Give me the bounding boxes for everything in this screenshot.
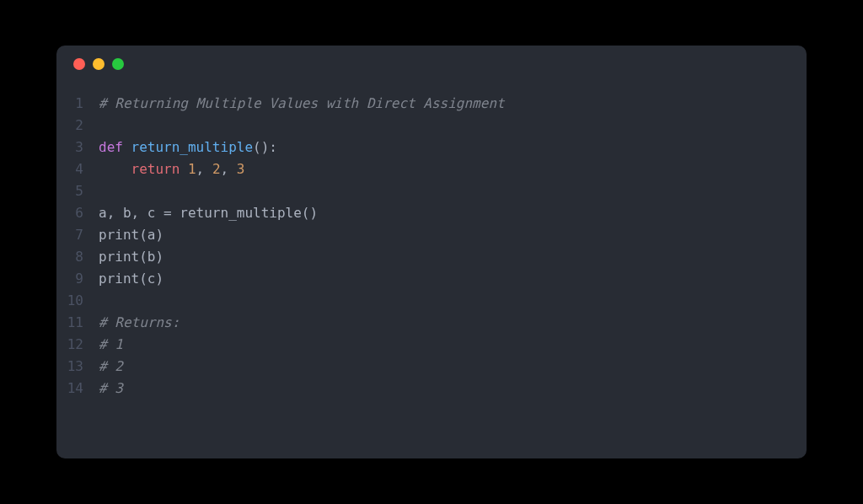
code-content: a, b, c = return_multiple() <box>99 202 807 224</box>
line-number: 2 <box>56 115 99 137</box>
code-token: return_multiple <box>131 139 254 155</box>
code-token: a, b, c <box>99 205 163 221</box>
code-editor: 1# Returning Multiple Values with Direct… <box>56 83 807 410</box>
code-token: (a) <box>139 227 163 243</box>
code-content: # Returns: <box>99 312 807 334</box>
code-token: return_multiple() <box>172 205 318 221</box>
code-line: 14# 3 <box>56 378 807 399</box>
code-content: print(b) <box>99 246 807 268</box>
code-token <box>99 161 131 177</box>
code-token: return <box>131 161 188 177</box>
code-content: def return_multiple(): <box>99 137 807 158</box>
code-token: def <box>99 139 131 155</box>
code-line: 9print(c) <box>56 268 807 290</box>
code-line: 12# 1 <box>56 334 807 356</box>
line-number: 7 <box>56 224 99 246</box>
code-token: (): <box>253 139 277 155</box>
minimize-icon[interactable] <box>93 58 105 70</box>
code-line: 7print(a) <box>56 224 807 246</box>
code-token: = <box>163 205 172 221</box>
code-line: 6a, b, c = return_multiple() <box>56 202 807 224</box>
code-window: 1# Returning Multiple Values with Direct… <box>56 46 807 458</box>
code-line: 3def return_multiple(): <box>56 137 807 158</box>
line-number: 5 <box>56 180 99 202</box>
code-token: # Returning Multiple Values with Direct … <box>99 95 505 111</box>
line-number: 12 <box>56 334 99 356</box>
line-number: 6 <box>56 202 99 224</box>
code-content: return 1, 2, 3 <box>99 158 807 180</box>
line-number: 3 <box>56 137 99 158</box>
line-number: 11 <box>56 312 99 334</box>
code-token: (c) <box>139 271 163 287</box>
code-token: # 2 <box>99 358 123 374</box>
code-token: # 1 <box>99 336 123 352</box>
code-content: # Returning Multiple Values with Direct … <box>99 93 807 115</box>
line-number: 1 <box>56 93 99 115</box>
code-line: 10 <box>56 290 807 312</box>
close-icon[interactable] <box>73 58 85 70</box>
line-number: 8 <box>56 246 99 268</box>
code-token: # 3 <box>99 380 123 396</box>
line-number: 10 <box>56 290 99 312</box>
code-token: print <box>99 271 139 287</box>
code-line: 13# 2 <box>56 356 807 378</box>
code-line: 11# Returns: <box>56 312 807 334</box>
code-token: print <box>99 249 139 265</box>
code-line: 2 <box>56 115 807 137</box>
code-token: print <box>99 227 139 243</box>
maximize-icon[interactable] <box>112 58 124 70</box>
code-token: , <box>221 161 237 177</box>
code-token: 3 <box>237 161 245 177</box>
code-content: # 3 <box>99 378 807 399</box>
code-line: 4 return 1, 2, 3 <box>56 158 807 180</box>
code-content: print(a) <box>99 224 807 246</box>
code-token: # Returns: <box>99 314 180 330</box>
code-content: # 1 <box>99 334 807 356</box>
line-number: 13 <box>56 356 99 378</box>
code-line: 8print(b) <box>56 246 807 268</box>
line-number: 14 <box>56 378 99 399</box>
line-number: 4 <box>56 158 99 180</box>
code-content: # 2 <box>99 356 807 378</box>
code-content: print(c) <box>99 268 807 290</box>
code-token: (b) <box>139 249 163 265</box>
code-line: 5 <box>56 180 807 202</box>
code-token: , <box>196 161 212 177</box>
code-line: 1# Returning Multiple Values with Direct… <box>56 93 807 115</box>
window-titlebar <box>56 46 807 83</box>
code-token: 1 <box>188 161 196 177</box>
code-token: 2 <box>212 161 221 177</box>
line-number: 9 <box>56 268 99 290</box>
